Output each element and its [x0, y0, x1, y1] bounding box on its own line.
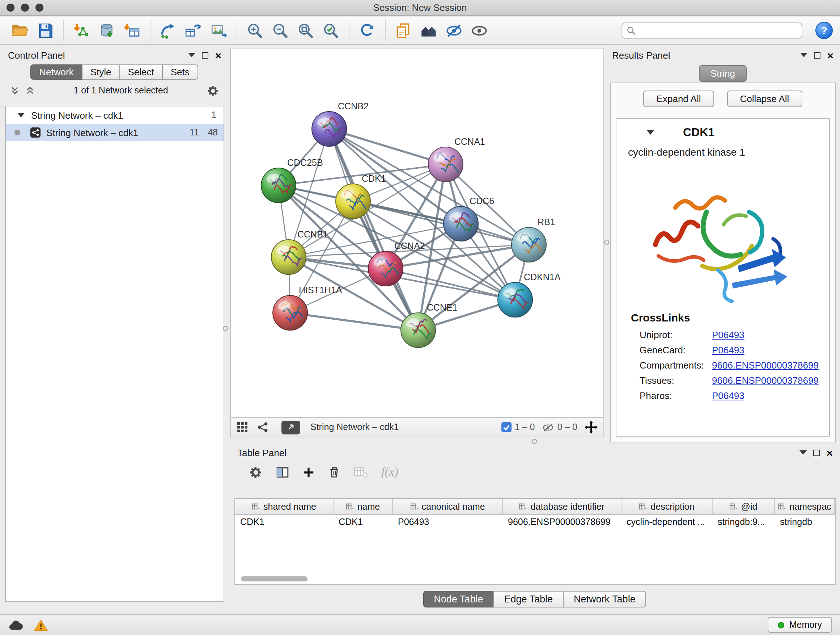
- open-session-button[interactable]: [10, 21, 30, 40]
- cloud-icon[interactable]: [8, 619, 24, 631]
- column-header[interactable]: database identifier: [503, 499, 622, 514]
- table-cell[interactable]: cyclin-dependent ...: [622, 515, 713, 530]
- zoom-out-button[interactable]: [271, 21, 290, 40]
- first-neighbors-button[interactable]: [158, 21, 178, 40]
- expand-all-icon[interactable]: [25, 86, 35, 96]
- tab-string[interactable]: String: [699, 65, 747, 82]
- add-column-icon[interactable]: [302, 466, 315, 478]
- gear-icon[interactable]: [207, 84, 219, 97]
- network-graph[interactable]: CCNB2CCNA1CDC25BCDK1CDC6RB1CCNB1CCNA2CDK…: [231, 49, 603, 417]
- collapse-all-icon[interactable]: [10, 86, 19, 96]
- export-image-button[interactable]: [209, 21, 229, 40]
- collapse-all-button[interactable]: Collapse All: [727, 90, 802, 107]
- import-network-database-button[interactable]: [97, 21, 117, 40]
- help-button[interactable]: ?: [815, 22, 833, 39]
- tab-network-table[interactable]: Network Table: [563, 591, 646, 608]
- delete-table-icon[interactable]: [354, 466, 368, 478]
- tab-sets[interactable]: Sets: [162, 65, 198, 80]
- table-cell[interactable]: 9606.ENSP00000378699: [503, 515, 622, 530]
- search-box[interactable]: [622, 22, 802, 39]
- zoom-in-button[interactable]: [245, 21, 265, 40]
- network-node-CCNB1[interactable]: CCNB1: [271, 229, 328, 274]
- network-node-CDKN1A[interactable]: CDKN1A: [498, 272, 561, 317]
- column-header[interactable]: @id: [713, 499, 775, 514]
- crosslink-link[interactable]: P06493: [712, 345, 745, 356]
- panel-undock-icon[interactable]: [814, 52, 821, 58]
- selected-checkbox-icon[interactable]: [502, 422, 512, 432]
- panel-close-icon[interactable]: ×: [827, 50, 834, 60]
- network-canvas[interactable]: CCNB2CCNA1CDC25BCDK1CDC6RB1CCNB1CCNA2CDK…: [230, 48, 604, 418]
- expand-all-button[interactable]: Expand All: [644, 90, 714, 107]
- gene-collapse-icon[interactable]: [647, 130, 654, 135]
- panel-close-icon[interactable]: ×: [215, 50, 221, 60]
- column-header[interactable]: name: [333, 499, 393, 514]
- home-button[interactable]: [419, 21, 439, 40]
- network-node-HIST1H1A[interactable]: HIST1H1A: [273, 285, 342, 330]
- network-edge[interactable]: [329, 129, 418, 330]
- hide-graphics-button[interactable]: [444, 21, 464, 40]
- network-edge[interactable]: [329, 129, 446, 165]
- save-session-button[interactable]: [35, 21, 55, 40]
- table-settings-gear-icon[interactable]: [249, 465, 263, 479]
- splitter-handle[interactable]: [604, 240, 609, 245]
- tab-edge-table[interactable]: Edge Table: [493, 591, 564, 608]
- pan-move-icon[interactable]: [584, 421, 598, 434]
- panel-undock-icon[interactable]: [813, 449, 820, 456]
- panel-float-icon[interactable]: [799, 450, 807, 455]
- new-network-from-selection-button[interactable]: [184, 21, 203, 40]
- tab-select[interactable]: Select: [119, 65, 163, 80]
- hidden-eye-icon[interactable]: [542, 423, 554, 432]
- crosslink-link[interactable]: 9606.ENSP00000378699: [712, 375, 819, 386]
- zoom-fit-button[interactable]: [296, 21, 316, 40]
- table-cell[interactable]: stringdb:9...: [713, 515, 775, 530]
- table-cell[interactable]: CDK1: [333, 515, 393, 530]
- panel-undock-icon[interactable]: [202, 52, 208, 58]
- warning-icon[interactable]: [34, 619, 48, 631]
- network-node-CCNA1[interactable]: CCNA1: [428, 136, 485, 182]
- network-edge[interactable]: [290, 313, 418, 330]
- column-header[interactable]: description: [622, 499, 713, 514]
- crosslink-link[interactable]: 9606.ENSP00000378699: [712, 360, 819, 371]
- delete-column-icon[interactable]: [328, 466, 341, 478]
- network-node-RB1[interactable]: RB1: [512, 217, 555, 262]
- tab-network[interactable]: Network: [30, 65, 82, 80]
- network-node-CCNB2[interactable]: CCNB2: [312, 101, 369, 146]
- crosslink-link[interactable]: P06493: [712, 390, 745, 401]
- splitter-handle[interactable]: [532, 439, 537, 444]
- zoom-selected-button[interactable]: [321, 21, 341, 40]
- tab-style[interactable]: Style: [82, 65, 120, 80]
- network-row-selected[interactable]: String Network – cdk1 11 48: [6, 124, 224, 141]
- table-cell[interactable]: stringdb: [775, 515, 835, 530]
- memory-button[interactable]: Memory: [767, 617, 832, 633]
- import-network-file-button[interactable]: [72, 21, 91, 40]
- duplicate-network-button[interactable]: [393, 21, 413, 40]
- column-header[interactable]: namespac: [775, 499, 835, 514]
- function-builder-icon[interactable]: f(x): [381, 465, 398, 479]
- panel-float-icon[interactable]: [188, 53, 195, 57]
- column-header[interactable]: shared name: [235, 499, 333, 514]
- table-row[interactable]: CDK1 CDK1 P06493 9606.ENSP00000378699 cy…: [235, 515, 835, 530]
- tab-node-table[interactable]: Node Table: [423, 591, 494, 608]
- network-collection-row[interactable]: String Network – cdk1 1: [6, 106, 224, 124]
- birdseye-grid-icon[interactable]: [237, 421, 248, 433]
- panel-float-icon[interactable]: [800, 53, 807, 57]
- import-table-button[interactable]: [122, 21, 142, 40]
- table-cell[interactable]: CDK1: [235, 515, 333, 530]
- share-network-icon[interactable]: [257, 421, 268, 433]
- network-edge[interactable]: [353, 201, 529, 245]
- open-in-browser-button[interactable]: [281, 420, 300, 434]
- column-header[interactable]: canonical name: [393, 499, 503, 514]
- crosslink-link[interactable]: P06493: [712, 329, 745, 340]
- network-edge[interactable]: [289, 224, 461, 257]
- table-cell[interactable]: P06493: [393, 515, 503, 530]
- panel-close-icon[interactable]: ×: [826, 447, 833, 458]
- search-input[interactable]: [639, 25, 797, 35]
- show-columns-icon[interactable]: [276, 465, 289, 479]
- network-node-CDC25B[interactable]: CDC25B: [261, 157, 323, 203]
- horizontal-scrollbar-thumb[interactable]: [241, 576, 308, 581]
- show-graphics-button[interactable]: [470, 21, 489, 40]
- refresh-network-button[interactable]: [357, 21, 377, 40]
- splitter-handle[interactable]: [223, 326, 228, 331]
- tree-expand-icon[interactable]: [17, 113, 25, 117]
- network-node-CDK1[interactable]: CDK1: [336, 173, 386, 219]
